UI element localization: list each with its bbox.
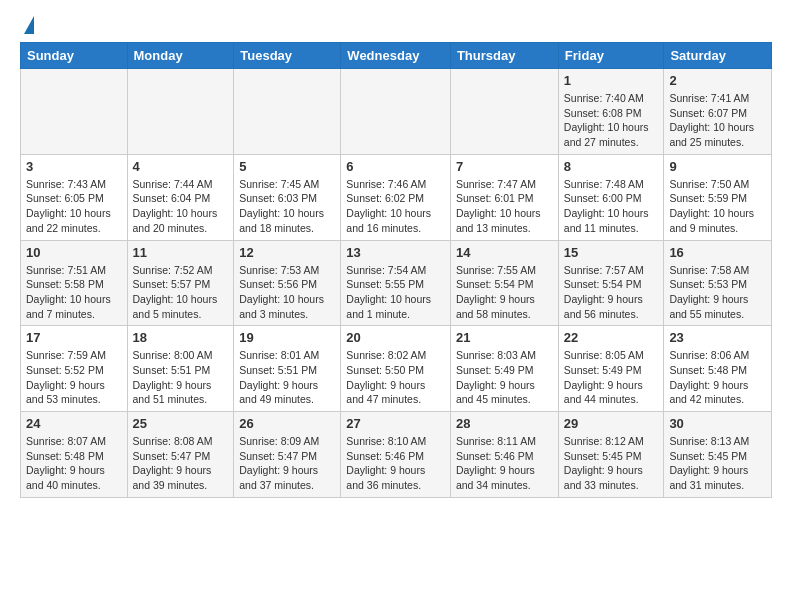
calendar-cell: 7Sunrise: 7:47 AM Sunset: 6:01 PM Daylig… (450, 154, 558, 240)
calendar-cell: 18Sunrise: 8:00 AM Sunset: 5:51 PM Dayli… (127, 326, 234, 412)
week-row-5: 24Sunrise: 8:07 AM Sunset: 5:48 PM Dayli… (21, 412, 772, 498)
day-number: 27 (346, 416, 445, 431)
calendar-cell: 3Sunrise: 7:43 AM Sunset: 6:05 PM Daylig… (21, 154, 128, 240)
day-number: 2 (669, 73, 766, 88)
logo (20, 16, 34, 34)
calendar-cell: 27Sunrise: 8:10 AM Sunset: 5:46 PM Dayli… (341, 412, 451, 498)
day-info: Sunrise: 7:40 AM Sunset: 6:08 PM Dayligh… (564, 91, 659, 150)
week-row-2: 3Sunrise: 7:43 AM Sunset: 6:05 PM Daylig… (21, 154, 772, 240)
calendar-cell: 2Sunrise: 7:41 AM Sunset: 6:07 PM Daylig… (664, 69, 772, 155)
calendar-cell: 22Sunrise: 8:05 AM Sunset: 5:49 PM Dayli… (558, 326, 664, 412)
day-info: Sunrise: 7:52 AM Sunset: 5:57 PM Dayligh… (133, 263, 229, 322)
day-info: Sunrise: 7:54 AM Sunset: 5:55 PM Dayligh… (346, 263, 445, 322)
day-number: 20 (346, 330, 445, 345)
day-number: 26 (239, 416, 335, 431)
day-number: 5 (239, 159, 335, 174)
day-info: Sunrise: 8:06 AM Sunset: 5:48 PM Dayligh… (669, 348, 766, 407)
day-info: Sunrise: 7:57 AM Sunset: 5:54 PM Dayligh… (564, 263, 659, 322)
day-number: 15 (564, 245, 659, 260)
day-number: 17 (26, 330, 122, 345)
calendar-cell: 16Sunrise: 7:58 AM Sunset: 5:53 PM Dayli… (664, 240, 772, 326)
calendar-cell (450, 69, 558, 155)
day-info: Sunrise: 8:01 AM Sunset: 5:51 PM Dayligh… (239, 348, 335, 407)
calendar-cell: 23Sunrise: 8:06 AM Sunset: 5:48 PM Dayli… (664, 326, 772, 412)
calendar-table: SundayMondayTuesdayWednesdayThursdayFrid… (20, 42, 772, 498)
calendar-cell (234, 69, 341, 155)
calendar-cell (127, 69, 234, 155)
day-number: 29 (564, 416, 659, 431)
day-number: 12 (239, 245, 335, 260)
weekday-header-monday: Monday (127, 43, 234, 69)
weekday-header-thursday: Thursday (450, 43, 558, 69)
day-number: 6 (346, 159, 445, 174)
day-number: 30 (669, 416, 766, 431)
calendar-cell: 11Sunrise: 7:52 AM Sunset: 5:57 PM Dayli… (127, 240, 234, 326)
day-info: Sunrise: 7:44 AM Sunset: 6:04 PM Dayligh… (133, 177, 229, 236)
calendar-cell: 8Sunrise: 7:48 AM Sunset: 6:00 PM Daylig… (558, 154, 664, 240)
day-info: Sunrise: 7:50 AM Sunset: 5:59 PM Dayligh… (669, 177, 766, 236)
day-number: 11 (133, 245, 229, 260)
day-number: 8 (564, 159, 659, 174)
day-info: Sunrise: 7:59 AM Sunset: 5:52 PM Dayligh… (26, 348, 122, 407)
day-info: Sunrise: 8:10 AM Sunset: 5:46 PM Dayligh… (346, 434, 445, 493)
day-number: 21 (456, 330, 553, 345)
logo-text (20, 16, 34, 34)
day-number: 24 (26, 416, 122, 431)
calendar-cell (341, 69, 451, 155)
day-info: Sunrise: 7:53 AM Sunset: 5:56 PM Dayligh… (239, 263, 335, 322)
day-number: 19 (239, 330, 335, 345)
weekday-header-tuesday: Tuesday (234, 43, 341, 69)
day-info: Sunrise: 8:12 AM Sunset: 5:45 PM Dayligh… (564, 434, 659, 493)
day-number: 13 (346, 245, 445, 260)
day-number: 18 (133, 330, 229, 345)
weekday-header-friday: Friday (558, 43, 664, 69)
calendar-cell: 21Sunrise: 8:03 AM Sunset: 5:49 PM Dayli… (450, 326, 558, 412)
calendar-cell: 17Sunrise: 7:59 AM Sunset: 5:52 PM Dayli… (21, 326, 128, 412)
calendar-cell: 30Sunrise: 8:13 AM Sunset: 5:45 PM Dayli… (664, 412, 772, 498)
calendar-cell (21, 69, 128, 155)
week-row-1: 1Sunrise: 7:40 AM Sunset: 6:08 PM Daylig… (21, 69, 772, 155)
day-info: Sunrise: 7:47 AM Sunset: 6:01 PM Dayligh… (456, 177, 553, 236)
calendar-cell: 29Sunrise: 8:12 AM Sunset: 5:45 PM Dayli… (558, 412, 664, 498)
calendar-cell: 6Sunrise: 7:46 AM Sunset: 6:02 PM Daylig… (341, 154, 451, 240)
day-number: 16 (669, 245, 766, 260)
day-info: Sunrise: 7:43 AM Sunset: 6:05 PM Dayligh… (26, 177, 122, 236)
weekday-header-wednesday: Wednesday (341, 43, 451, 69)
day-info: Sunrise: 8:00 AM Sunset: 5:51 PM Dayligh… (133, 348, 229, 407)
day-number: 23 (669, 330, 766, 345)
day-info: Sunrise: 8:07 AM Sunset: 5:48 PM Dayligh… (26, 434, 122, 493)
day-info: Sunrise: 8:02 AM Sunset: 5:50 PM Dayligh… (346, 348, 445, 407)
day-number: 9 (669, 159, 766, 174)
day-number: 10 (26, 245, 122, 260)
day-number: 28 (456, 416, 553, 431)
page: SundayMondayTuesdayWednesdayThursdayFrid… (0, 0, 792, 514)
day-info: Sunrise: 8:08 AM Sunset: 5:47 PM Dayligh… (133, 434, 229, 493)
calendar-cell: 9Sunrise: 7:50 AM Sunset: 5:59 PM Daylig… (664, 154, 772, 240)
week-row-3: 10Sunrise: 7:51 AM Sunset: 5:58 PM Dayli… (21, 240, 772, 326)
calendar-cell: 10Sunrise: 7:51 AM Sunset: 5:58 PM Dayli… (21, 240, 128, 326)
day-info: Sunrise: 8:05 AM Sunset: 5:49 PM Dayligh… (564, 348, 659, 407)
day-info: Sunrise: 7:45 AM Sunset: 6:03 PM Dayligh… (239, 177, 335, 236)
day-info: Sunrise: 7:48 AM Sunset: 6:00 PM Dayligh… (564, 177, 659, 236)
weekday-header-sunday: Sunday (21, 43, 128, 69)
weekday-header-saturday: Saturday (664, 43, 772, 69)
calendar-cell: 4Sunrise: 7:44 AM Sunset: 6:04 PM Daylig… (127, 154, 234, 240)
day-info: Sunrise: 7:41 AM Sunset: 6:07 PM Dayligh… (669, 91, 766, 150)
calendar-cell: 1Sunrise: 7:40 AM Sunset: 6:08 PM Daylig… (558, 69, 664, 155)
day-info: Sunrise: 8:13 AM Sunset: 5:45 PM Dayligh… (669, 434, 766, 493)
calendar-cell: 28Sunrise: 8:11 AM Sunset: 5:46 PM Dayli… (450, 412, 558, 498)
day-info: Sunrise: 8:09 AM Sunset: 5:47 PM Dayligh… (239, 434, 335, 493)
day-number: 14 (456, 245, 553, 260)
calendar-cell: 26Sunrise: 8:09 AM Sunset: 5:47 PM Dayli… (234, 412, 341, 498)
calendar-cell: 15Sunrise: 7:57 AM Sunset: 5:54 PM Dayli… (558, 240, 664, 326)
calendar-cell: 5Sunrise: 7:45 AM Sunset: 6:03 PM Daylig… (234, 154, 341, 240)
day-info: Sunrise: 7:58 AM Sunset: 5:53 PM Dayligh… (669, 263, 766, 322)
week-row-4: 17Sunrise: 7:59 AM Sunset: 5:52 PM Dayli… (21, 326, 772, 412)
day-number: 3 (26, 159, 122, 174)
day-number: 22 (564, 330, 659, 345)
calendar-cell: 14Sunrise: 7:55 AM Sunset: 5:54 PM Dayli… (450, 240, 558, 326)
logo-triangle-icon (24, 16, 34, 34)
calendar-cell: 25Sunrise: 8:08 AM Sunset: 5:47 PM Dayli… (127, 412, 234, 498)
header-area (20, 16, 772, 34)
calendar-cell: 13Sunrise: 7:54 AM Sunset: 5:55 PM Dayli… (341, 240, 451, 326)
